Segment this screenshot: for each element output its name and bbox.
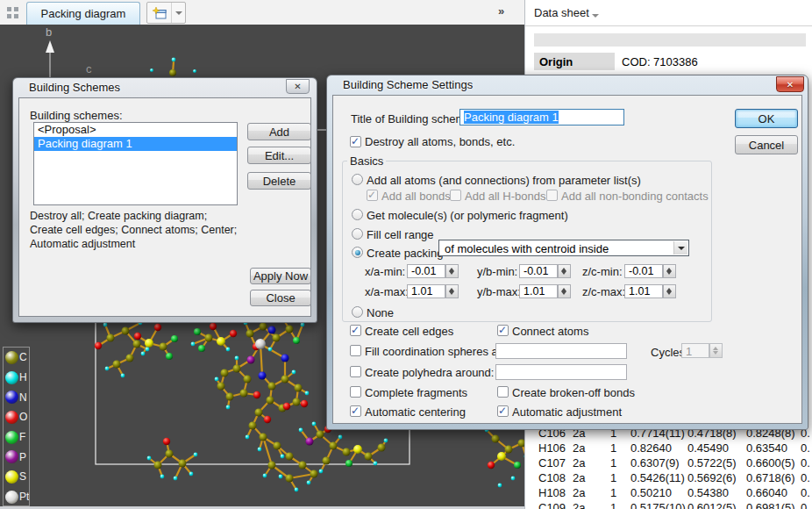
table-cell: H108 [538,486,566,499]
table-cell: 0.82640 [630,441,672,455]
origin-label-cell: Origin [534,53,615,70]
table-row[interactable]: C1072a10.6307(9)0.5722(5)0.6600(5)0. [525,456,812,471]
legend-item-N[interactable]: N [4,387,29,407]
legend-item-F[interactable]: F [4,427,29,448]
edit-button[interactable]: Edit... [247,147,311,164]
table-cell: C108 [538,471,566,484]
datasheet-header[interactable]: Data sheet [525,0,812,26]
packing-mode-combobox[interactable]: of molecules with centroid inside [438,240,689,256]
atom-sphere-icon [5,351,18,364]
create-polyhedra-input[interactable] [495,364,627,380]
apply-now-button[interactable]: Apply Now [250,268,311,284]
schemes-listbox[interactable]: <Proposal>Packing diagram 1 [33,122,238,205]
range-spin-buttons[interactable] [445,264,459,278]
create-cell-edges-label: Create cell edges [365,326,453,337]
create-packing-radio[interactable] [352,247,363,258]
scheme-list-item[interactable]: Packing diagram 1 [34,137,237,151]
add-all-hbonds-label: Add all H-bonds [465,190,546,202]
complete-fragments-label: Complete fragments [365,387,467,398]
close-button[interactable]: Close [250,290,311,306]
tab-overflow-chevron[interactable]: » [498,4,504,18]
table-cell: 0.5426(11) [630,471,685,484]
range-spin-buttons[interactable] [663,264,676,278]
legend-label: N [19,391,27,404]
table-cell: 0.6981(5) [746,501,795,509]
automatic-centering-checkbox[interactable] [350,405,361,417]
cancel-button[interactable]: Cancel [735,135,798,154]
add-contacts-checkbox [546,190,558,201]
none-radio[interactable] [352,306,363,318]
add-all-atoms-radio[interactable] [352,174,363,185]
range-input[interactable]: 1.01 [624,284,663,298]
range-input[interactable]: -0.01 [407,264,445,278]
legend-item-H[interactable]: H [4,368,29,388]
create-broken-bonds-checkbox[interactable] [497,386,509,398]
table-cell: 2a [573,486,585,499]
building-schemes-title[interactable]: Building Schemes [29,81,120,96]
table-cell: 2a [573,471,585,484]
scheme-title-input[interactable]: Packing diagram 1 [459,109,624,125]
fill-coordination-input[interactable] [495,343,627,359]
settings-title[interactable]: Building Scheme Settings [343,78,473,93]
schemes-list-label: Building schemes: [30,110,123,121]
table-row[interactable]: H1082a10.502100.543800.660400. [525,486,812,501]
table-row[interactable]: C1092a10.5175(10)0.6012(5)0.6981(5)0. [525,501,812,509]
combo-dropdown-arrow[interactable] [673,241,687,254]
destroy-all-checkbox[interactable] [350,136,361,147]
legend-item-O[interactable]: O [4,407,29,427]
new-view-split-button[interactable] [146,2,186,24]
add-button[interactable]: Add [247,123,311,140]
table-cell: 0.6600(5) [746,456,795,470]
table-cell: 0. [801,456,810,470]
delete-button[interactable]: Delete [247,172,311,190]
settings-close-button[interactable]: ✕ [776,76,804,92]
application-window: Packing diagram » [0,0,812,509]
create-polyhedra-checkbox[interactable] [350,366,361,377]
range-spin-buttons[interactable] [558,284,571,298]
legend-item-S[interactable]: S [4,467,29,487]
legend-label: P [19,451,26,463]
atom-sphere-icon [5,391,18,404]
table-cell: H106 [538,441,566,455]
new-window-icon [147,7,171,19]
range-input[interactable]: -0.01 [519,264,558,278]
ok-button[interactable]: OK [735,109,798,128]
automatic-adjustment-checkbox[interactable] [497,405,509,417]
range-spin-buttons[interactable] [445,284,459,298]
complete-fragments-checkbox[interactable] [350,386,361,398]
range-input[interactable]: 1.01 [519,284,558,298]
table-cell: 0.63540 [746,441,787,455]
legend-item-P[interactable]: P [4,447,29,467]
table-cell: 1 [610,441,616,455]
legend-item-C[interactable]: C [4,348,29,368]
table-cell: 0. [801,501,810,509]
range-spin-buttons[interactable] [558,264,571,278]
atom-sphere-icon [5,450,18,463]
range-label: z/c-min: [582,266,621,277]
table-cell: 2a [573,456,585,470]
axis-b-label: b [46,25,52,39]
datasheet-menu-arrow-icon[interactable] [592,14,599,18]
table-cell: 0. [801,441,810,455]
schemes-close-button[interactable]: ✕ [286,79,310,94]
fill-cell-range-radio[interactable] [352,228,363,240]
fill-cell-range-label: Fill cell range [367,229,434,240]
range-spin-buttons[interactable] [663,284,676,298]
tab-packing-diagram[interactable]: Packing diagram [26,2,140,25]
new-view-dropdown-arrow[interactable] [171,3,185,23]
legend-item-Pt[interactable]: Pt [4,487,29,506]
table-row[interactable]: C1082a10.5426(11)0.5692(6)0.6718(6)0. [525,471,812,486]
table-row[interactable]: H1062a10.826400.454900.635400. [525,441,812,456]
scheme-list-item[interactable]: <Proposal> [34,123,237,137]
fill-coordination-checkbox[interactable] [350,345,361,356]
get-molecules-radio[interactable] [352,209,363,220]
scheme-title-text: Packing diagram 1 [464,111,559,124]
dock-grid-icon[interactable] [7,7,18,18]
connect-atoms-checkbox[interactable] [497,325,509,336]
range-input[interactable]: 1.01 [407,284,445,298]
range-input[interactable]: -0.01 [624,264,663,278]
range-label: y/b-max: [477,286,516,298]
create-cell-edges-checkbox[interactable] [350,325,361,336]
table-cell: C109 [538,501,566,509]
basics-group-label: Basics [347,154,386,168]
